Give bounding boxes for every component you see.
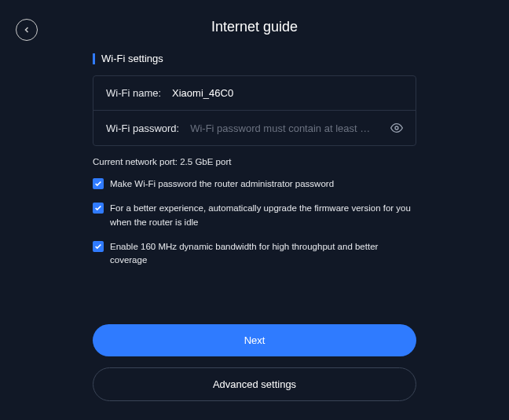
page-title: Internet guide bbox=[0, 0, 509, 35]
wifi-password-label: Wi-Fi password: bbox=[106, 122, 179, 134]
option-160mhz: Enable 160 MHz dynamic bandwidth for hig… bbox=[93, 240, 416, 268]
show-password-icon[interactable] bbox=[390, 122, 403, 134]
wifi-name-row: Wi-Fi name: bbox=[93, 76, 416, 110]
section-title: Wi-Fi settings bbox=[101, 53, 163, 64]
wifi-name-label: Wi-Fi name: bbox=[106, 87, 161, 99]
wifi-password-row: Wi-Fi password: bbox=[93, 110, 416, 145]
check-icon bbox=[94, 243, 102, 250]
accent-bar bbox=[93, 53, 95, 64]
option-auto-upgrade: For a better experience, automatically u… bbox=[93, 202, 416, 229]
checkbox-160mhz[interactable] bbox=[93, 241, 104, 252]
back-button[interactable] bbox=[16, 19, 38, 41]
wifi-fields: Wi-Fi name: Wi-Fi password: bbox=[93, 75, 416, 146]
button-area: Next Advanced settings bbox=[0, 324, 509, 401]
section-header: Wi-Fi settings bbox=[93, 53, 416, 64]
next-button[interactable]: Next bbox=[93, 324, 416, 356]
checkbox-auto-upgrade[interactable] bbox=[93, 203, 104, 214]
advanced-settings-button[interactable]: Advanced settings bbox=[93, 367, 416, 401]
wifi-name-input[interactable] bbox=[172, 87, 403, 99]
port-info: Current network port: 2.5 GbE port bbox=[93, 157, 416, 166]
option-label: Make Wi-Fi password the router administr… bbox=[110, 177, 334, 191]
checkbox-admin-password[interactable] bbox=[93, 178, 104, 189]
svg-point-0 bbox=[395, 126, 398, 130]
option-label: For a better experience, automatically u… bbox=[110, 202, 416, 229]
check-icon bbox=[94, 180, 102, 188]
option-admin-password: Make Wi-Fi password the router administr… bbox=[93, 177, 416, 191]
wifi-password-input[interactable] bbox=[190, 122, 384, 134]
chevron-left-icon bbox=[22, 25, 31, 35]
eye-icon bbox=[390, 122, 403, 134]
check-icon bbox=[94, 204, 102, 212]
option-label: Enable 160 MHz dynamic bandwidth for hig… bbox=[110, 240, 416, 268]
